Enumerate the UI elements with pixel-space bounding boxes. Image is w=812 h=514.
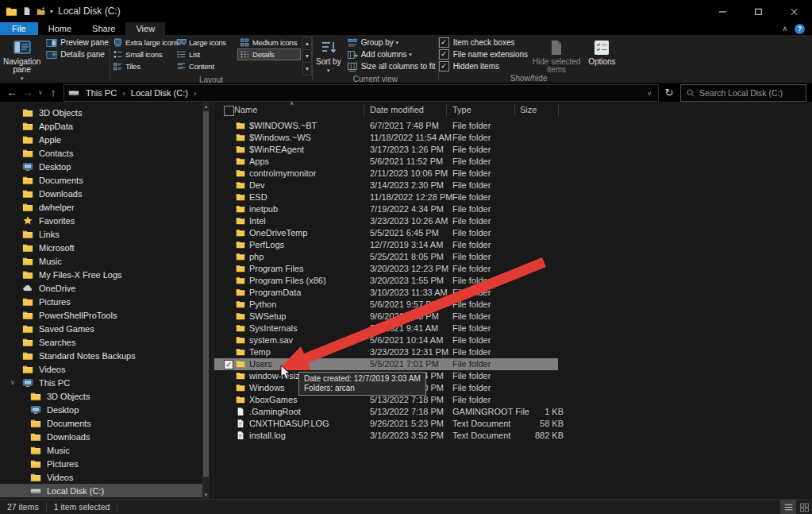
navigation-pane-button[interactable]: Navigation pane▾	[0, 37, 44, 83]
layout-option-details[interactable]: Details	[237, 48, 301, 60]
scroll-down-icon[interactable]: ▼	[202, 490, 210, 499]
sidebar-item-searches[interactable]: Searches	[0, 335, 202, 349]
pane-splitter[interactable]	[213, 102, 214, 499]
file-row-perflogs[interactable]: PerfLogs12/7/2019 3:14 AMFile folder	[214, 239, 812, 251]
column-header-date-modified[interactable]: Date modified	[370, 105, 424, 114]
select-all-checkbox[interactable]	[224, 106, 234, 116]
sidebar-item-3d-objects[interactable]: 3D Objects	[0, 389, 202, 403]
file-row-xboxgames[interactable]: XboxGames5/13/2022 7:18 PMFile folder	[214, 394, 812, 406]
options-button[interactable]: Options	[585, 37, 618, 66]
file-row-apps[interactable]: Apps5/6/2021 11:52 PMFile folder	[214, 156, 812, 168]
layout-option-tiles[interactable]: Tiles	[110, 60, 174, 72]
file-row-users[interactable]: ✓Users5/5/2021 7:01 PMFile folder	[214, 358, 558, 370]
column-separator[interactable]	[558, 104, 559, 116]
file-row-swsetup[interactable]: SWSetup9/6/2021 3:33 PMFile folder	[214, 311, 812, 323]
size-all-columns-button[interactable]: Size all columns to fit	[344, 60, 438, 72]
sidebar-item-documents[interactable]: Documents	[0, 173, 202, 187]
sidebar-item-desktop[interactable]: Desktop	[0, 160, 202, 173]
refresh-button[interactable]: ↻	[661, 84, 677, 100]
close-button[interactable]	[776, 0, 812, 22]
file-row-winreagent[interactable]: $WinREAgent3/17/2023 1:26 PMFile folder	[214, 144, 812, 156]
address-dropdown-caret-icon[interactable]: ∨	[641, 90, 658, 97]
qat-new-folder-icon[interactable]	[37, 6, 46, 16]
file-row-windows-bt[interactable]: $WINDOWS.~BT6/7/2021 7:48 PMFile folder	[214, 120, 812, 132]
add-columns-button[interactable]: Add columns ▾	[344, 48, 438, 60]
file-row-intel[interactable]: Intel3/23/2023 10:26 AMFile folder	[214, 215, 812, 227]
column-header-name[interactable]: Name	[234, 105, 257, 114]
checkbox-icon[interactable]: ✓	[439, 49, 449, 60]
sidebar-item-favorites[interactable]: Favorites	[0, 214, 202, 227]
sidebar-item-documents[interactable]: Documents	[0, 416, 202, 430]
gallery-scroll-up-icon[interactable]: ▲	[302, 37, 312, 50]
sidebar-item-videos[interactable]: Videos	[0, 470, 202, 484]
sidebar-item-contacts[interactable]: Contacts	[0, 146, 202, 160]
ribbon-tab-home[interactable]: Home	[38, 22, 82, 35]
breadcrumb-item-local-disk-c[interactable]: Local Disk (C:)	[129, 88, 190, 98]
navigation-pane-scrollbar[interactable]: ▲ ▼	[202, 102, 210, 499]
file-row-program-files-x86[interactable]: Program Files (x86)3/20/2023 1:55 PMFile…	[214, 275, 812, 287]
layout-option-content[interactable]: Content	[174, 60, 237, 72]
collapse-ribbon-icon[interactable]: ∧	[782, 25, 787, 33]
scrollbar-thumb[interactable]	[203, 111, 209, 477]
ribbon-tab-view[interactable]: View	[125, 22, 165, 35]
back-button[interactable]: ←	[5, 83, 19, 102]
file-row-programdata[interactable]: ProgramData3/10/2023 11:33 AMFile folder	[214, 287, 812, 299]
sidebar-item-onedrive[interactable]: OneDrive	[0, 281, 202, 295]
file-row-temp[interactable]: Temp3/23/2023 12:31 PMFile folder	[214, 346, 812, 358]
forward-button[interactable]: →	[21, 83, 35, 102]
minimize-button[interactable]	[705, 0, 741, 22]
maximize-button[interactable]	[741, 0, 776, 22]
checkbox-icon[interactable]: ✓	[439, 61, 449, 71]
file-row-install-log[interactable]: install.log3/16/2023 3:52 PMText Documen…	[214, 430, 812, 442]
breadcrumb-item-this-pc[interactable]: This PC	[84, 88, 118, 98]
breadcrumb-chevron-icon[interactable]: ›	[118, 88, 129, 98]
search-box[interactable]: Search Local Disk (C:)	[680, 84, 806, 102]
checkbox-icon[interactable]: ✓	[439, 37, 449, 48]
up-button[interactable]: ↑	[46, 83, 60, 102]
file-row-program-files[interactable]: Program Files3/20/2023 12:23 PMFile fold…	[214, 263, 812, 275]
sidebar-item-dwhelper[interactable]: dwhelper	[0, 200, 202, 214]
sidebar-item-standard-notes-backups[interactable]: Standard Notes Backups	[0, 349, 202, 362]
file-row-dev[interactable]: Dev3/14/2023 2:30 PMFile folder	[214, 180, 812, 191]
qat-customize-caret-icon[interactable]: ▾	[50, 8, 53, 15]
sidebar-item-powershellprotools[interactable]: PowerShellProTools	[0, 308, 202, 322]
gallery-more-icon[interactable]: ▼	[302, 63, 312, 75]
layout-option-large-icons[interactable]: Large icons	[174, 37, 237, 48]
file-row-controlmymonitor[interactable]: controlmymonitor2/11/2023 10:06 PMFile f…	[214, 168, 812, 180]
checkbox-item-check-boxes[interactable]: ✓Item check boxes	[439, 37, 529, 48]
file-row-inetpub[interactable]: inetpub7/19/2022 4:34 PMFile folder	[214, 203, 812, 215]
sidebar-item-links[interactable]: Links	[0, 227, 202, 241]
ribbon-tab-file[interactable]: File	[0, 22, 38, 35]
file-row-gamingroot[interactable]: .GamingRoot5/13/2022 7:18 PMGAMINGROOT F…	[214, 406, 812, 418]
sidebar-item-downloads[interactable]: Downloads	[0, 187, 202, 200]
sidebar-item-this-pc[interactable]: ∨This PC	[0, 376, 202, 389]
checkbox-file-name-extensions[interactable]: ✓File name extensions	[439, 48, 529, 60]
file-row-cnxthdasup-log[interactable]: CNXTHDASUP.LOG9/26/2021 5:23 PMText Docu…	[214, 418, 812, 430]
sidebar-item-pictures[interactable]: Pictures	[0, 295, 202, 308]
column-separator[interactable]	[364, 104, 364, 116]
ribbon-tab-share[interactable]: Share	[82, 22, 125, 35]
sidebar-item-music[interactable]: Music	[0, 443, 202, 457]
hide-selected-items-button[interactable]: Hide selected items	[528, 37, 585, 74]
layout-option-list[interactable]: List	[174, 48, 237, 60]
sidebar-item-apple[interactable]: Apple	[0, 133, 202, 146]
sidebar-item-pictures[interactable]: Pictures	[0, 457, 202, 470]
file-row-system-sav[interactable]: system.sav5/6/2021 10:14 AMFile folder	[214, 334, 812, 346]
qat-properties-icon[interactable]	[22, 6, 32, 16]
recent-locations-caret-icon[interactable]: ∨	[36, 83, 45, 102]
layout-option-small-icons[interactable]: Small icons	[110, 48, 174, 60]
sidebar-item-3d-objects[interactable]: 3D Objects	[0, 106, 202, 119]
breadcrumb-chevron-icon[interactable]: ›	[190, 88, 201, 98]
column-separator[interactable]	[446, 104, 447, 116]
expand-chevron-icon[interactable]: ∨	[10, 379, 15, 386]
sidebar-item-microsoft[interactable]: Microsoft	[0, 241, 202, 254]
file-row-windows-ws[interactable]: $Windows.~WS11/18/2022 11:54 AMFile fold…	[214, 132, 812, 144]
scroll-up-icon[interactable]: ▲	[202, 102, 210, 110]
file-row-python[interactable]: Python5/6/2021 9:57 PMFile folder	[214, 299, 812, 311]
help-icon[interactable]: ?	[795, 24, 805, 34]
row-checkbox[interactable]: ✓	[224, 360, 233, 369]
sidebar-item-local-disk-c[interactable]: Local Disk (C:)	[0, 484, 202, 497]
sort-by-button[interactable]: Sort by▾	[313, 37, 344, 75]
layout-option-extra-large-icons[interactable]: Extra large icons	[110, 37, 174, 48]
sidebar-item-music[interactable]: Music	[0, 254, 202, 268]
